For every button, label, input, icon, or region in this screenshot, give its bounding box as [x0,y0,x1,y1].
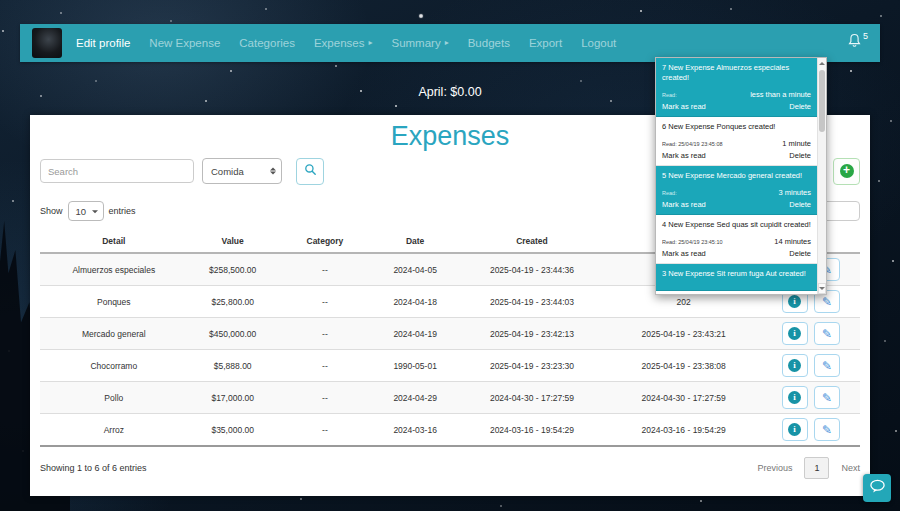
plus-circle-icon [840,164,854,178]
row-edit-button[interactable] [814,386,840,409]
read-label: Read: [662,190,677,196]
row-edit-button[interactable] [814,322,840,345]
delete-notification-link[interactable]: Delete [789,199,811,210]
caret-right-icon [445,39,449,47]
table-row: Pollo $17,000.00 -- 2024-04-29 2024-04-3… [40,382,860,414]
nav-item-categories[interactable]: Categories [239,37,295,49]
notification-title: 6 New Expense Ponques created! [662,122,811,132]
info-icon [788,359,801,372]
cell-category: -- [278,318,372,350]
notifications-list: 7 New Expense Almuerzos especiales creat… [656,58,817,291]
mark-as-read-link[interactable]: Mark as read [662,150,706,161]
notification-title: 4 New Expense Sed quas sit cupidit creat… [662,220,811,230]
page-number-button[interactable]: 1 [804,457,829,479]
caret-right-icon [368,39,372,47]
edit-pencil-icon [822,328,832,340]
mark-as-read-link[interactable]: Mark as read [662,199,706,210]
cell-updated: 2025-04-19 - 23:43:21 [606,318,762,350]
info-icon [788,295,801,308]
cell-category: -- [278,286,372,318]
notification-title: 3 New Expense Sit rerum fuga Aut created… [662,269,811,279]
notification-meta: Read: 25/04/19 23:45:10 14 minutes [662,237,811,246]
chat-button[interactable] [863,474,891,502]
notifications-bell-button[interactable]: 5 [847,33,868,53]
row-info-button[interactable] [782,386,808,409]
cell-actions [762,350,860,382]
search-input[interactable] [40,159,194,183]
nav-label: Export [529,37,562,49]
cell-category: -- [278,414,372,447]
nav-item-expenses[interactable]: Expenses [314,37,373,49]
cell-date: 2024-03-16 [372,414,458,447]
nav-label: Logout [581,37,616,49]
nav-item-logout[interactable]: Logout [581,37,616,49]
info-icon [788,423,801,436]
cell-created: 2024-04-30 - 17:27:59 [458,382,606,414]
cell-detail: Mercado general [40,318,188,350]
column-header-value[interactable]: Value [188,230,278,253]
page-size-value: 10 [76,206,87,217]
cell-value: $5,888.00 [188,350,278,382]
category-filter-select[interactable]: Comida [202,158,282,184]
table-row: Arroz $35,000.00 -- 2024-03-16 2024-03-1… [40,414,860,447]
cell-date: 2024-04-29 [372,382,458,414]
mark-as-read-link[interactable]: Mark as read [662,101,706,112]
scroll-down-arrow-icon[interactable] [818,283,826,294]
delete-notification-link[interactable]: Delete [789,150,811,161]
nav-label: Edit profile [76,37,130,49]
nav-label: Budgets [468,37,510,49]
cell-detail: Almuerzos especiales [40,253,188,286]
cell-updated: 2025-04-19 - 23:38:08 [606,350,762,382]
notification-age: 1 minute [782,139,811,148]
scrollbar-thumb[interactable] [819,70,825,132]
page-size-select[interactable]: 10 [68,201,104,221]
cell-created: 2025-04-19 - 23:42:13 [458,318,606,350]
notification-title: 7 New Expense Almuerzos especiales creat… [662,63,811,83]
notification-meta: Read: 25/04/19 23:45:08 1 minute [662,139,811,148]
column-header-category[interactable]: Category [278,230,372,253]
cell-value: $35,000.00 [188,414,278,447]
notification-item: 3 New Expense Sit rerum fuga Aut created… [656,264,817,291]
row-info-button[interactable] [782,418,808,441]
notification-title: 5 New Expense Mercado general created! [662,171,811,181]
row-edit-button[interactable] [814,354,840,377]
row-edit-button[interactable] [814,418,840,441]
cell-date: 1990-05-01 [372,350,458,382]
nav-item-budgets[interactable]: Budgets [468,37,510,49]
search-button[interactable] [296,158,324,185]
nav-item-edit-profile[interactable]: Edit profile [76,37,130,49]
nav-item-new-expense[interactable]: New Expense [149,37,220,49]
search-icon [304,163,317,179]
column-header-date[interactable]: Date [372,230,458,253]
notifications-scrollbar[interactable] [817,58,826,294]
notification-item: 5 New Expense Mercado general created! R… [656,166,817,215]
next-page-link[interactable]: Next [841,463,860,473]
read-label: Read: [662,239,677,245]
column-header-detail[interactable]: Detail [40,230,188,253]
nav-item-export[interactable]: Export [529,37,562,49]
table-footer: Showing 1 to 6 of 6 entries Previous 1 N… [30,447,870,479]
scroll-up-arrow-icon[interactable] [818,58,826,69]
nav-label: Summary [391,37,440,49]
edit-pencil-icon [822,392,832,404]
row-info-button[interactable] [782,354,808,377]
cell-value: $17,000.00 [188,382,278,414]
column-header-created[interactable]: Created [458,230,606,253]
bell-icon [847,33,862,53]
previous-page-link[interactable]: Previous [757,463,792,473]
cell-actions [762,382,860,414]
nav-item-summary[interactable]: Summary [391,37,448,49]
nav-label: Expenses [314,37,365,49]
brand-avatar[interactable] [32,28,62,58]
cell-detail: Ponques [40,286,188,318]
mark-as-read-link[interactable]: Mark as read [662,248,706,259]
row-info-button[interactable] [782,322,808,345]
cell-created: 2024-03-16 - 19:54:29 [458,414,606,447]
stars-decoration [0,0,2,2]
delete-notification-link[interactable]: Delete [789,248,811,259]
add-expense-button[interactable] [833,158,860,185]
delete-notification-link[interactable]: Delete [789,101,811,112]
show-label: Show [40,206,63,216]
read-timestamp: 25/04/19 23:45:10 [678,239,722,245]
notification-age: less than a minute [750,90,811,99]
